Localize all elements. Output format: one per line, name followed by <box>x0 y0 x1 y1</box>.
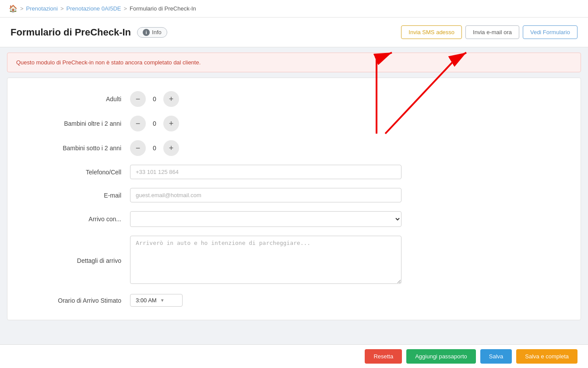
bambini-sotto-decrement[interactable]: − <box>130 140 146 156</box>
arrivo-select[interactable] <box>130 211 401 227</box>
page-title: Formulario di PreCheck-In <box>11 27 131 38</box>
breadcrumb-prenotazioni[interactable]: Prenotazioni <box>26 5 58 12</box>
telefono-control <box>130 165 563 179</box>
orario-label: Orario di Arrivo Stimato <box>25 297 121 304</box>
adulti-decrement[interactable]: − <box>130 91 146 107</box>
info-label: Info <box>152 29 162 35</box>
info-badge[interactable]: i Info <box>137 27 167 38</box>
adulti-value: 0 <box>146 96 163 103</box>
bambini-oltre-value: 0 <box>146 120 163 127</box>
bambini-sotto-value: 0 <box>146 145 163 152</box>
bambini-sotto-control: − 0 + <box>130 140 563 156</box>
adulti-row: Adulti − 0 + <box>7 87 581 111</box>
arrivo-row: Arrivo con... <box>7 207 581 231</box>
dettagli-control <box>130 236 563 285</box>
footer-bar: Resetta Aggiungi passaporto Salva Salva … <box>0 344 588 368</box>
add-passport-button[interactable]: Aggiungi passaporto <box>406 349 476 364</box>
page-header-left: Formulario di PreCheck-In i Info <box>11 27 167 38</box>
header-actions: Invia SMS adesso Invia e-mail ora Vedi F… <box>401 25 577 39</box>
orario-value: 3:00 AM <box>136 297 157 304</box>
breadcrumb: 🏠 > Prenotazioni > Prenotazione 0AI5DE >… <box>0 0 588 18</box>
email-label: E-mail <box>25 192 121 199</box>
bambini-oltre-decrement[interactable]: − <box>130 116 146 131</box>
bambini-oltre-row: Bambini oltre i 2 anni − 0 + <box>7 111 581 136</box>
main-form: Adulti − 0 + Bambini oltre i 2 anni − 0 … <box>7 78 581 320</box>
adulti-label: Adulti <box>25 96 121 103</box>
breadcrumb-current: Formulario di PreCheck-In <box>130 5 196 12</box>
dettagli-label: Dettagli di arrivo <box>25 257 121 264</box>
save-complete-button[interactable]: Salva e completa <box>516 349 577 364</box>
bambini-sotto-row: Bambini sotto i 2 anni − 0 + <box>7 136 581 160</box>
bambini-oltre-stepper: − 0 + <box>130 116 563 131</box>
dettagli-row: Dettagli di arrivo <box>7 231 581 290</box>
info-icon: i <box>143 29 150 36</box>
arrivo-label: Arrivo con... <box>25 216 121 223</box>
adulti-increment[interactable]: + <box>163 91 179 107</box>
alert-banner: Questo modulo di PreCheck-in non è stato… <box>7 53 581 72</box>
bambini-sotto-stepper: − 0 + <box>130 140 563 156</box>
bambini-oltre-increment[interactable]: + <box>163 116 179 131</box>
breadcrumb-separator-3: > <box>124 5 127 12</box>
orario-row: Orario di Arrivo Stimato 3:00 AM ▼ <box>7 290 581 311</box>
bambini-oltre-control: − 0 + <box>130 116 563 131</box>
bambini-sotto-increment[interactable]: + <box>163 140 179 156</box>
chevron-down-icon: ▼ <box>160 298 165 303</box>
page-header: Formulario di PreCheck-In i Info Invia S… <box>0 18 588 47</box>
email-control <box>130 188 563 202</box>
telefono-label: Telefono/Cell <box>25 169 121 176</box>
email-row: E-mail <box>7 184 581 207</box>
save-button[interactable]: Salva <box>480 349 512 364</box>
orario-dropdown[interactable]: 3:00 AM ▼ <box>130 294 183 307</box>
send-email-button[interactable]: Invia e-mail ora <box>465 25 519 39</box>
orario-control: 3:00 AM ▼ <box>130 294 563 307</box>
bambini-oltre-label: Bambini oltre i 2 anni <box>25 120 121 127</box>
reset-button[interactable]: Resetta <box>365 349 402 364</box>
adulti-control: − 0 + <box>130 91 563 107</box>
dettagli-textarea[interactable] <box>130 236 401 284</box>
view-form-button[interactable]: Vedi Formulario <box>523 25 577 39</box>
bambini-sotto-label: Bambini sotto i 2 anni <box>25 145 121 152</box>
email-input[interactable] <box>130 188 401 202</box>
adulti-stepper: − 0 + <box>130 91 563 107</box>
breadcrumb-separator: > <box>20 5 24 12</box>
alert-message: Questo modulo di PreCheck-in non è stato… <box>16 59 201 66</box>
breadcrumb-prenotazione[interactable]: Prenotazione 0AI5DE <box>66 5 121 12</box>
home-icon[interactable]: 🏠 <box>9 4 18 13</box>
telefono-row: Telefono/Cell <box>7 160 581 184</box>
send-sms-button[interactable]: Invia SMS adesso <box>401 25 462 39</box>
telefono-input[interactable] <box>130 165 401 179</box>
arrivo-control <box>130 211 563 227</box>
breadcrumb-separator-2: > <box>60 5 64 12</box>
